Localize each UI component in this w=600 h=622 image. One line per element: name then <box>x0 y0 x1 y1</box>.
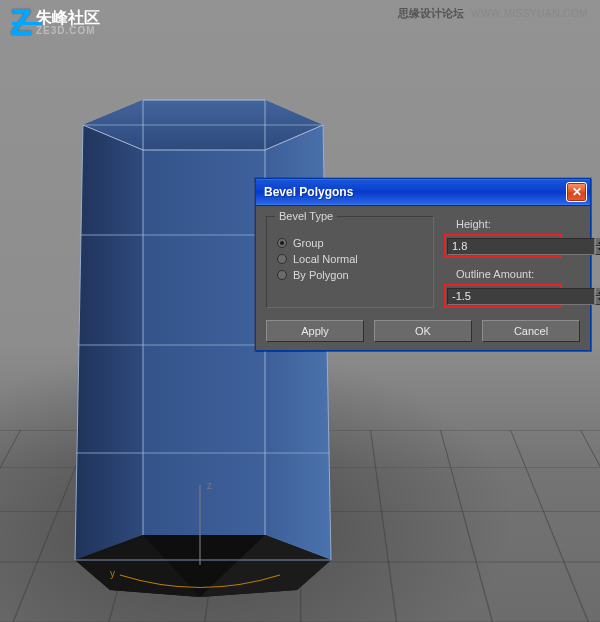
logo-cn-text: 朱峰社区 <box>36 10 100 26</box>
radio-icon <box>277 254 287 264</box>
group-label: Bevel Type <box>275 210 337 222</box>
radio-label: Group <box>293 237 324 249</box>
svg-marker-1 <box>143 100 265 535</box>
logo-en-text: ZE3D.COM <box>36 26 100 36</box>
watermark-right: 思缘设计论坛 WWW.MISSYUAN.COM <box>398 6 588 21</box>
radio-icon <box>277 238 287 248</box>
ok-button[interactable]: OK <box>374 320 472 342</box>
radio-group-option[interactable]: Group <box>277 237 423 249</box>
radio-label: By Polygon <box>293 269 349 281</box>
svg-marker-0 <box>75 100 143 560</box>
watermark-forum: 思缘设计论坛 <box>398 7 464 19</box>
outline-input[interactable] <box>447 288 595 305</box>
bevel-polygons-dialog: Bevel Polygons ✕ Bevel Type Group Local … <box>255 178 591 351</box>
height-up-button[interactable] <box>595 237 600 246</box>
outline-spinner-highlight <box>444 284 562 308</box>
height-input[interactable] <box>447 238 595 255</box>
apply-button[interactable]: Apply <box>266 320 364 342</box>
viewport-3d[interactable]: z y Z 朱峰社区 ZE3D.COM 思缘设计论坛 WWW.MISSYUAN.… <box>0 0 600 622</box>
radio-by-polygon-option[interactable]: By Polygon <box>277 269 423 281</box>
logo-z-icon: Z <box>10 8 32 38</box>
height-label: Height: <box>456 218 580 230</box>
height-spinner-highlight <box>444 234 562 258</box>
dialog-titlebar[interactable]: Bevel Polygons ✕ <box>256 179 590 206</box>
svg-text:y: y <box>110 568 115 579</box>
radio-icon <box>277 270 287 280</box>
close-icon: ✕ <box>572 185 582 199</box>
close-button[interactable]: ✕ <box>566 182 587 202</box>
height-down-button[interactable] <box>595 246 600 255</box>
watermark-url: WWW.MISSYUAN.COM <box>471 8 588 19</box>
outline-down-button[interactable] <box>595 296 600 305</box>
radio-local-normal-option[interactable]: Local Normal <box>277 253 423 265</box>
bevel-type-group: Bevel Type Group Local Normal By Polygon <box>266 216 434 308</box>
dialog-title: Bevel Polygons <box>264 185 566 199</box>
radio-label: Local Normal <box>293 253 358 265</box>
logo-watermark: Z 朱峰社区 ZE3D.COM <box>10 8 100 38</box>
svg-text:z: z <box>207 480 212 491</box>
outline-up-button[interactable] <box>595 287 600 296</box>
outline-label: Outline Amount: <box>456 268 580 280</box>
cancel-button[interactable]: Cancel <box>482 320 580 342</box>
